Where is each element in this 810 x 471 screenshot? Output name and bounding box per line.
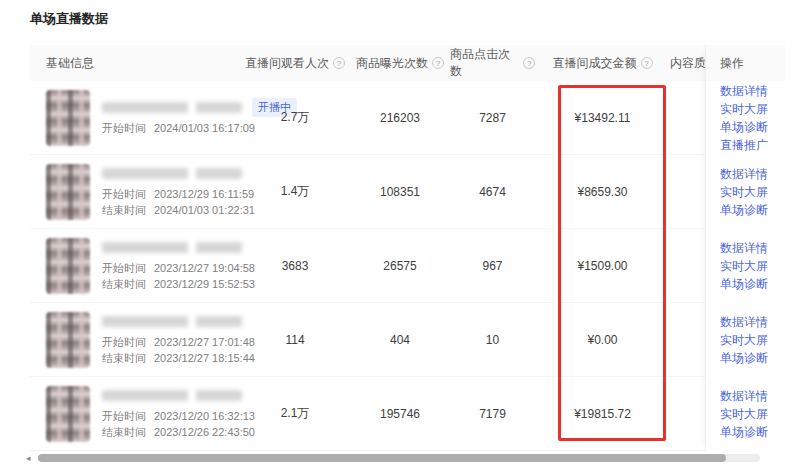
data-detail-link[interactable]: 数据详情 [720,313,785,331]
info-icon[interactable]: ? [641,57,653,69]
info-icon[interactable]: ? [333,57,345,69]
exposures-value: 404 [350,333,450,347]
header-exposures: 商品曝光次数? [350,55,450,72]
realtime-screen-link[interactable]: 实时大屏 [720,331,785,349]
clicks-value: 4674 [450,185,535,199]
viewers-value: 2.1万 [240,405,350,422]
page-title: 单场直播数据 [30,10,108,28]
stream-title-blurred [102,316,188,327]
viewers-value: 1.4万 [240,183,350,200]
gmv-value: ¥0.00 [535,333,670,347]
gmv-value: ¥13492.11 [535,111,670,125]
table-body: 开播中 开始时间2024/01/03 16:17:09 2.7万 216203 … [30,81,785,451]
exposures-value: 26575 [350,259,450,273]
table-header-row: 基础信息 直播间观看人次? 商品曝光次数? 商品点击次数? 直播间成交金额? 内… [30,45,785,81]
table-row: 开始时间2023/12/20 16:32:13 结束时间2023/12/26 2… [30,377,785,451]
header-clicks: 商品点击次数? [450,46,535,80]
data-detail-link[interactable]: 数据详情 [720,387,785,405]
gmv-value: ¥19815.72 [535,407,670,421]
stream-title-blurred [196,316,242,327]
exposures-value: 195746 [350,407,450,421]
row-actions: 数据详情 实时大屏 单场诊断 [706,229,785,303]
table-row: 开播中 开始时间2024/01/03 16:17:09 2.7万 216203 … [30,81,785,155]
gmv-value: ¥1509.00 [535,259,670,273]
stream-basic-info: 开始时间2023/12/27 17:01:48 结束时间2023/12/27 1… [30,312,240,368]
scroll-left-arrow-icon[interactable]: ◂ [26,453,38,463]
stream-thumbnail-blurred [46,164,90,220]
stream-thumbnail-blurred [46,238,90,294]
session-diagnosis-link[interactable]: 单场诊断 [720,118,785,136]
stream-title-blurred [102,242,188,253]
end-time: 结束时间2023/12/27 18:15:44 [102,350,255,366]
realtime-screen-link[interactable]: 实时大屏 [720,257,785,275]
realtime-screen-link[interactable]: 实时大屏 [720,100,785,118]
exposures-value: 108351 [350,185,450,199]
info-icon[interactable]: ? [523,57,535,69]
header-basic-info: 基础信息 [30,55,240,72]
end-time: 结束时间2023/12/29 15:52:53 [102,276,255,292]
exposures-value: 216203 [350,111,450,125]
data-detail-link[interactable]: 数据详情 [720,82,785,100]
session-diagnosis-link[interactable]: 单场诊断 [720,201,785,219]
stream-thumbnail-blurred [46,312,90,368]
header-gmv: 直播间成交金额? [535,55,670,72]
live-promotion-link[interactable]: 直播推广 [720,136,785,154]
realtime-screen-link[interactable]: 实时大屏 [720,405,785,423]
table-row: 开始时间2023/12/27 17:01:48 结束时间2023/12/27 1… [30,303,785,377]
start-time: 开始时间2023/12/27 17:01:48 [102,334,255,350]
start-time: 开始时间2023/12/29 16:11:59 [102,186,255,202]
stream-thumbnail-blurred [46,386,90,442]
header-actions: 操作 [706,45,785,81]
session-diagnosis-link[interactable]: 单场诊断 [720,275,785,293]
session-diagnosis-link[interactable]: 单场诊断 [720,349,785,367]
realtime-screen-link[interactable]: 实时大屏 [720,183,785,201]
stream-basic-info: 开始时间2023/12/20 16:32:13 结束时间2023/12/26 2… [30,386,240,442]
clicks-value: 967 [450,259,535,273]
viewers-value: 2.7万 [240,109,350,126]
start-time: 开始时间2023/12/20 16:32:13 [102,408,255,424]
table-row: 开始时间2023/12/29 16:11:59 结束时间2024/01/03 0… [30,155,785,229]
table-row: 开始时间2023/12/27 19:04:58 结束时间2023/12/29 1… [30,229,785,303]
stream-basic-info: 开始时间2023/12/27 19:04:58 结束时间2023/12/29 1… [30,238,240,294]
stream-thumbnail-blurred [46,90,90,146]
data-detail-link[interactable]: 数据详情 [720,239,785,257]
clicks-value: 10 [450,333,535,347]
viewers-value: 3683 [240,259,350,273]
row-actions: 数据详情 实时大屏 单场诊断 [706,155,785,229]
live-data-table: 基础信息 直播间观看人次? 商品曝光次数? 商品点击次数? 直播间成交金额? 内… [30,45,785,451]
stream-title-blurred [102,102,188,113]
viewers-value: 114 [240,333,350,347]
scrollbar-thumb[interactable] [38,454,726,462]
stream-title-blurred [102,390,188,401]
row-actions: 数据详情 实时大屏 单场诊断 [706,303,785,377]
start-time: 开始时间2023/12/27 19:04:58 [102,260,255,276]
stream-title-blurred [196,390,242,401]
stream-title-blurred [196,168,242,179]
row-actions: 数据详情 实时大屏 单场诊断 直播推广 [706,81,785,155]
row-actions: 数据详情 实时大屏 单场诊断 [706,377,785,451]
end-time: 结束时间2024/01/03 01:22:31 [102,202,255,218]
stream-basic-info: 开始时间2023/12/29 16:11:59 结束时间2024/01/03 0… [30,164,240,220]
stream-basic-info: 开播中 开始时间2024/01/03 16:17:09 [30,90,240,146]
info-icon[interactable]: ? [432,57,444,69]
stream-title-blurred [102,168,188,179]
session-diagnosis-link[interactable]: 单场诊断 [720,423,785,441]
data-detail-link[interactable]: 数据详情 [720,165,785,183]
clicks-value: 7287 [450,111,535,125]
horizontal-scrollbar[interactable]: ◂ [26,453,766,463]
stream-title-blurred [196,242,242,253]
end-time: 结束时间2023/12/26 22:43:50 [102,424,255,440]
live-data-page: 单场直播数据 基础信息 直播间观看人次? 商品曝光次数? 商品点击次数? 直播间… [0,0,810,471]
clicks-value: 7179 [450,407,535,421]
header-viewers: 直播间观看人次? [240,55,350,72]
stream-title-blurred [196,102,242,113]
gmv-value: ¥8659.30 [535,185,670,199]
scrollbar-track[interactable] [38,454,760,462]
actions-column: 操作 数据详情 实时大屏 单场诊断 直播推广 数据详情 实时大屏 单场诊断 数据… [705,45,785,451]
